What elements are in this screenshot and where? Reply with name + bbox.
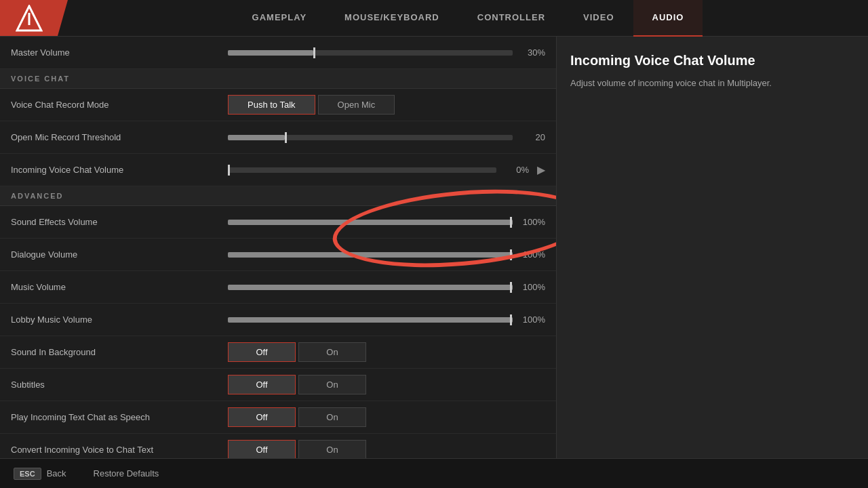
sound-bg-on-btn[interactable]: On [298,342,366,362]
sound-in-background-label: Sound In Background [11,347,228,357]
voice-to-text-off-btn[interactable]: Off [228,440,296,458]
open-mic-threshold-label: Open Mic Record Threshold [11,132,228,142]
sound-effects-thumb [510,217,512,228]
voice-chat-toggle-group: Push to Talk Open Mic [228,95,395,115]
lobby-music-label: Lobby Music Volume [11,314,228,325]
info-description: Adjust volume of incoming voice chat in … [570,77,854,90]
subtitles-row: Subtitles Off On [0,369,556,401]
dialogue-volume-track[interactable] [228,252,513,258]
incoming-voice-volume-track[interactable] [228,167,496,173]
esc-key-badge: ESC [14,468,41,480]
back-item: ESC Back [14,468,66,480]
bottom-bar: ESC Back Restore Defaults [0,458,868,488]
voice-to-text-on-btn[interactable]: On [298,440,366,458]
push-to-talk-btn[interactable]: Push to Talk [228,95,315,115]
master-volume-value: 30% [518,47,545,58]
open-mic-btn[interactable]: Open Mic [318,95,395,115]
tab-audio[interactable]: AUDIO [633,0,703,37]
open-mic-threshold-thumb [285,132,287,143]
dialogue-volume-row: Dialogue Volume 100% [0,239,556,271]
subtitles-control: Off On [228,375,545,394]
incoming-voice-volume-row: Incoming Voice Chat Volume 0% ▶ [0,154,556,186]
voice-chat-section-header: VOICE CHAT [0,69,556,89]
voice-to-text-toggle-group: Off On [228,440,366,458]
voice-to-text-label: Convert Incoming Voice to Chat Text [11,445,228,455]
lobby-music-value: 100% [518,314,545,325]
dialogue-volume-fill [228,252,513,258]
music-volume-fill [228,285,513,290]
logo-area [0,0,68,36]
subtitles-on-btn[interactable]: On [298,375,366,394]
incoming-voice-volume-label: Incoming Voice Chat Volume [11,165,228,175]
sound-bg-off-btn[interactable]: Off [228,342,296,362]
text-chat-toggle-group: Off On [228,407,366,427]
sound-effects-track[interactable] [228,220,513,225]
sound-effects-row: Sound Effects Volume 100% [0,206,556,239]
sound-effects-label: Sound Effects Volume [11,217,228,227]
voice-to-text-row: Convert Incoming Voice to Chat Text Off … [0,434,556,458]
incoming-voice-volume-control[interactable]: 0% ▶ [228,163,545,176]
voice-chat-record-mode-control: Push to Talk Open Mic [228,95,545,115]
voice-to-text-control: Off On [228,440,545,458]
lobby-music-row: Lobby Music Volume 100% [0,304,556,336]
subtitles-off-btn[interactable]: Off [228,375,296,394]
sound-bg-toggle-group: Off On [228,342,366,362]
incoming-voice-volume-thumb [228,165,230,176]
tab-gameplay[interactable]: GAMEPLAY [233,0,326,37]
music-volume-track[interactable] [228,285,513,290]
master-volume-track[interactable] [228,50,513,56]
lobby-music-track[interactable] [228,317,513,323]
restore-defaults-label[interactable]: Restore Defaults [94,468,159,479]
tab-mouse-keyboard[interactable]: MOUSE/KEYBOARD [326,0,458,37]
sound-in-background-row: Sound In Background Off On [0,336,556,369]
dialogue-volume-control[interactable]: 100% [228,249,545,260]
text-chat-off-btn[interactable]: Off [228,407,296,427]
sound-effects-value: 100% [518,217,545,227]
advanced-section-header: ADVANCED [0,186,556,206]
sound-effects-control[interactable]: 100% [228,217,545,227]
master-volume-fill [228,50,313,56]
sound-effects-fill [228,220,513,225]
settings-panel: Master Volume 30% VOICE CHAT Voice Chat … [0,37,556,458]
dialogue-volume-label: Dialogue Volume [11,249,228,260]
open-mic-threshold-row: Open Mic Record Threshold 20 [0,121,556,154]
music-volume-control[interactable]: 100% [228,282,545,292]
dialogue-volume-thumb [510,249,512,260]
open-mic-threshold-track[interactable] [228,135,513,140]
music-volume-label: Music Volume [11,282,228,292]
apex-logo-icon [16,5,43,32]
voice-chat-record-mode-row: Voice Chat Record Mode Push to Talk Open… [0,89,556,121]
master-volume-row: Master Volume 30% [0,37,556,69]
text-chat-speech-row: Play Incoming Text Chat as Speech Off On [0,401,556,434]
subtitles-label: Subtitles [11,380,228,390]
master-volume-thumb [313,47,315,58]
voice-chat-record-mode-label: Voice Chat Record Mode [11,100,228,110]
open-mic-threshold-fill [228,135,285,140]
incoming-voice-arrow-icon[interactable]: ▶ [537,163,545,176]
lobby-music-control[interactable]: 100% [228,314,545,325]
info-title: Incoming Voice Chat Volume [570,53,854,68]
restore-defaults-item[interactable]: Restore Defaults [94,468,159,479]
back-label: Back [47,468,66,479]
top-nav: GAMEPLAY MOUSE/KEYBOARD CONTROLLER VIDEO… [0,0,868,37]
text-chat-speech-label: Play Incoming Text Chat as Speech [11,412,228,422]
subtitles-toggle-group: Off On [228,375,366,394]
lobby-music-fill [228,317,513,323]
master-volume-control[interactable]: 30% [228,47,545,58]
dialogue-volume-value: 100% [518,249,545,260]
main-content: Master Volume 30% VOICE CHAT Voice Chat … [0,37,868,458]
text-chat-on-btn[interactable]: On [298,407,366,427]
tab-controller[interactable]: CONTROLLER [458,0,564,37]
nav-tabs: GAMEPLAY MOUSE/KEYBOARD CONTROLLER VIDEO… [68,0,868,37]
open-mic-threshold-value: 20 [518,132,545,142]
info-panel: Incoming Voice Chat Volume Adjust volume… [556,37,868,458]
music-volume-value: 100% [518,282,545,292]
music-volume-thumb [510,282,512,293]
tab-video[interactable]: VIDEO [564,0,633,37]
incoming-voice-volume-value: 0% [502,165,529,175]
lobby-music-thumb [510,314,512,325]
open-mic-threshold-control[interactable]: 20 [228,132,545,142]
master-volume-label: Master Volume [11,47,228,58]
sound-in-background-control: Off On [228,342,545,362]
text-chat-speech-control: Off On [228,407,545,427]
